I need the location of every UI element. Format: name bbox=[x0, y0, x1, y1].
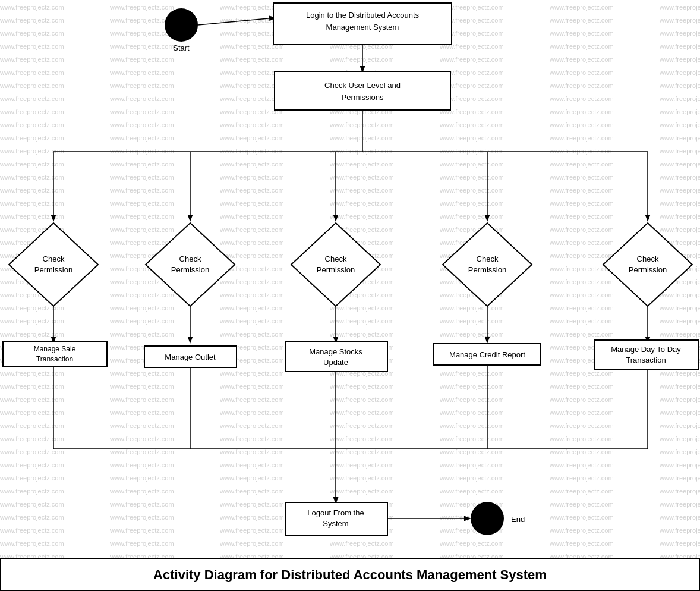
check-perm1-text2: Permission bbox=[34, 265, 72, 274]
svg-line-2 bbox=[198, 18, 275, 25]
check-perm5-text2: Permission bbox=[629, 265, 667, 274]
logout-text2: System bbox=[323, 519, 348, 528]
check-perm1-diamond bbox=[9, 223, 98, 306]
login-text-1: Login to the Distributed Accounts bbox=[306, 11, 420, 20]
check-perm2-text2: Permission bbox=[171, 265, 209, 274]
manage-stocks-text1: Manage Stocks bbox=[309, 347, 362, 356]
manage-stocks-text2: Update bbox=[323, 358, 348, 367]
end-label: End bbox=[511, 515, 525, 524]
check-perm1-text1: Check bbox=[43, 254, 65, 263]
manage-day-text1: Manage Day To Day bbox=[611, 345, 681, 354]
check-perm5-text1: Check bbox=[637, 254, 659, 263]
check-perm2-diamond bbox=[146, 223, 235, 306]
check-perm3-text2: Permission bbox=[317, 265, 355, 274]
end-circle bbox=[471, 502, 504, 535]
diagram-container: www.freeprojectz.com Start Login to the … bbox=[0, 0, 700, 591]
check-perm5-diamond bbox=[603, 223, 692, 306]
manage-day-text2: Transaction bbox=[626, 356, 666, 364]
manage-sale-text2: Transaction bbox=[36, 355, 73, 363]
check-perm3-text1: Check bbox=[325, 254, 347, 263]
check-user-box bbox=[275, 71, 450, 110]
manage-stocks-box bbox=[285, 342, 387, 372]
manage-sale-text1: Manage Sale bbox=[34, 345, 76, 353]
check-perm3-diamond bbox=[291, 223, 380, 306]
diagram-svg: Start Login to the Distributed Accounts … bbox=[0, 0, 700, 591]
check-user-text-1: Check User Level and bbox=[324, 81, 401, 90]
title-bar: Activity Diagram for Distributed Account… bbox=[0, 558, 700, 591]
start-label: Start bbox=[173, 43, 190, 52]
logout-text1: Logout From the bbox=[307, 508, 364, 517]
check-perm4-diamond bbox=[443, 223, 532, 306]
manage-outlet-text: Manage Outlet bbox=[165, 353, 216, 361]
check-perm2-text1: Check bbox=[179, 254, 201, 263]
login-text-2: Management System bbox=[326, 23, 399, 32]
check-user-text-2: Permissions bbox=[342, 93, 384, 102]
manage-credit-text: Manage Credit Report bbox=[449, 350, 525, 359]
diagram-title: Activity Diagram for Distributed Account… bbox=[153, 567, 547, 583]
start-circle bbox=[165, 8, 198, 42]
check-perm4-text1: Check bbox=[477, 254, 499, 263]
check-perm4-text2: Permission bbox=[468, 265, 506, 274]
